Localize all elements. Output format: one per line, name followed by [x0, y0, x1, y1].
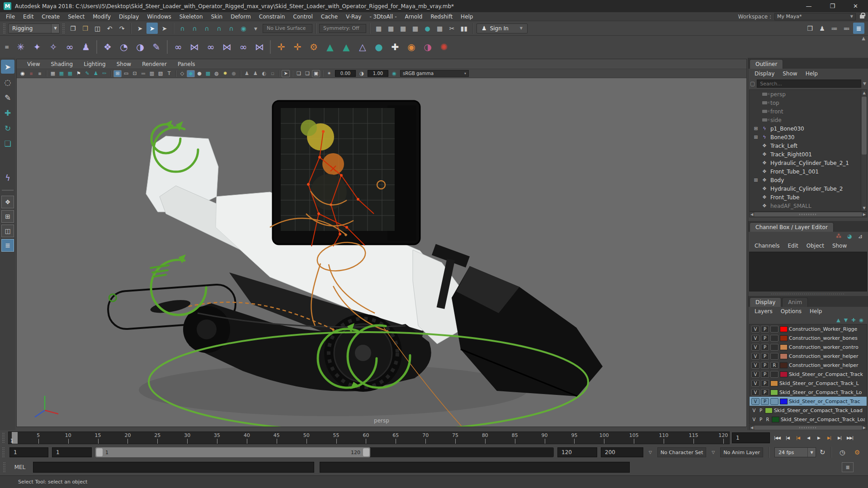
lasso-tool[interactable]: ◌ [1, 75, 14, 89]
nonlinear-deformer-icon[interactable]: ✺ [436, 38, 452, 56]
render-current-frame-icon[interactable]: ▦ [385, 23, 396, 34]
layer-visibility-toggle[interactable]: V [751, 344, 760, 351]
scale-tool[interactable]: ❏ [1, 136, 14, 150]
create-layer-from-selected-icon[interactable]: ◉ [859, 317, 863, 323]
vray-render-icon[interactable]: ◉ [19, 70, 27, 77]
viewport-menu-panels[interactable]: Panels [173, 61, 200, 67]
pause-viewport-icon[interactable]: ▮▮ [458, 23, 470, 34]
blend-shape-icon[interactable]: ◑ [420, 38, 436, 56]
workspace-lock-icon[interactable] [860, 15, 864, 19]
image-plane-icon[interactable]: ❏ [295, 70, 303, 77]
playback-loop-icon[interactable]: ↻ [820, 448, 826, 456]
menu-create[interactable]: Create [38, 14, 64, 20]
layer-row[interactable]: VPRSkid_Steer_or_Compact_Track_Load [750, 415, 867, 424]
outliner-item-front[interactable]: front [750, 107, 867, 116]
menu-windows[interactable]: Windows [143, 14, 175, 20]
mel-command-input[interactable] [33, 462, 314, 473]
menu-edit[interactable]: Edit [19, 14, 38, 20]
outliner-item-hydraulic_cylinder_tube_2[interactable]: ❖Hydraulic_Cylinder_Tube_2 [750, 184, 867, 193]
menu-select[interactable]: Select [64, 14, 89, 20]
scroll-left-icon[interactable]: ◀ [750, 212, 753, 216]
grid-toggle-icon[interactable]: ⊞ [113, 70, 122, 77]
display-layer-list[interactable]: VPConstruction_Worker_RiggeVPConstructio… [749, 324, 867, 424]
add-influence-icon[interactable]: ✛ [289, 38, 306, 56]
sculpt-deformer-icon[interactable]: ● [371, 38, 387, 56]
layer-visibility-toggle[interactable]: V [751, 398, 760, 405]
gate-mask-icon[interactable]: ▬ [139, 70, 147, 77]
layer-color-swatch[interactable] [772, 417, 779, 422]
layer-playback-toggle[interactable]: P [761, 380, 769, 387]
vray-stop-icon[interactable]: ▪ [27, 70, 35, 77]
viewport-menu-view[interactable]: View [22, 61, 45, 67]
playback-end-field[interactable]: 120 [557, 447, 597, 457]
menu-file[interactable]: File [2, 14, 19, 20]
outliner-search-input[interactable] [757, 80, 861, 88]
character-set-field[interactable]: No Character Set [657, 447, 706, 457]
workspace-panel-toggle-icon[interactable]: ≣ [853, 23, 864, 34]
softmod-deformer-icon[interactable]: ◉ [403, 38, 420, 56]
layer-reference-toggle[interactable] [770, 326, 778, 333]
channel-box-menu-show[interactable]: Show [829, 243, 850, 249]
lattice-deformer-icon[interactable]: △ [354, 38, 371, 56]
live-surface-field[interactable]: No Live Surface [263, 24, 312, 33]
layer-color-swatch[interactable] [765, 408, 773, 413]
layer-visibility-toggle[interactable]: V [751, 335, 760, 342]
shelf-scroll-up-icon[interactable]: ▲ [862, 36, 868, 41]
tab-anim-layers[interactable]: Anim [782, 297, 808, 307]
layer-playback-toggle[interactable]: P [761, 344, 769, 351]
range-track[interactable]: 1 120 [95, 447, 554, 457]
move-layer-down-icon[interactable]: ▼ [844, 317, 848, 323]
chevron-down-icon[interactable]: ▼ [863, 81, 866, 86]
four-pane-layout[interactable]: ⊞ [1, 210, 14, 223]
layer-row[interactable]: VPConstruction_Worker_Rigge [750, 324, 867, 333]
wireframe-on-shaded-icon[interactable]: ◍ [212, 70, 221, 77]
layer-reference-toggle[interactable] [770, 335, 778, 342]
layer-playback-toggle[interactable]: P [761, 326, 769, 333]
layer-row[interactable]: VPConstruction_worker_bones [750, 333, 867, 343]
animation-preferences-icon[interactable]: ⚙ [852, 447, 863, 458]
ao-person-icon[interactable]: ♟ [243, 70, 251, 77]
shaded-sphere-icon[interactable]: ● [195, 70, 203, 77]
safe-title-icon[interactable]: T [165, 70, 173, 77]
layer-playback-toggle[interactable]: P [761, 398, 769, 405]
outliner-menu-show[interactable]: Show [779, 70, 801, 77]
channel-box-empty-area[interactable] [749, 252, 867, 291]
camera-attributes-icon[interactable]: ▦ [57, 70, 66, 77]
expand-icon[interactable]: ⊞ [753, 134, 759, 140]
menu-v-ray[interactable]: V-Ray [342, 14, 365, 20]
viewport-canvas[interactable]: persp [17, 78, 746, 427]
scroll-right-icon[interactable]: ▶ [863, 426, 866, 430]
minimize-button[interactable]: — [806, 3, 811, 9]
select-by-component-icon[interactable]: ➤ [159, 23, 170, 34]
rotate-tool[interactable]: ↻ [1, 121, 14, 135]
menu-cache[interactable]: Cache [317, 14, 342, 20]
shaded-mode-icon[interactable]: ◆ [187, 70, 195, 77]
playback-start-field[interactable]: 1 [52, 447, 92, 457]
section-grip[interactable] [2, 447, 5, 457]
single-pane-layout[interactable]: ❖ [1, 196, 14, 208]
scroll-up-icon[interactable]: ▲ [861, 90, 867, 96]
scroll-right-icon[interactable]: ▶ [863, 212, 866, 216]
sign-in-button[interactable]: ♟ Sign In ▼ [476, 23, 528, 33]
contrast-icon[interactable]: ◑ [358, 70, 366, 77]
multisample-icon[interactable]: ▫ [269, 70, 277, 77]
close-button[interactable]: ✕ [853, 3, 858, 9]
menu-control[interactable]: Control [289, 14, 316, 20]
section-grip[interactable] [62, 23, 65, 33]
layer-color-swatch[interactable] [780, 362, 788, 368]
range-start-handle[interactable] [96, 448, 103, 456]
anim-layer-field[interactable]: No Anim Layer [720, 447, 763, 457]
joint-tool-icon[interactable]: ✳ [13, 38, 29, 56]
new-scene-icon[interactable]: ❐ [67, 23, 79, 34]
shadows-icon[interactable]: ● [230, 70, 238, 77]
layer-color-swatch[interactable] [780, 371, 788, 377]
layer-reference-toggle[interactable] [770, 371, 778, 378]
outliner-item-track_right001[interactable]: ❖Track_Right001 [750, 150, 867, 159]
anim-layer-dropdown-icon[interactable]: ▽ [710, 450, 717, 455]
vray-options-icon[interactable]: ▪ [36, 70, 44, 77]
view-transform-select[interactable]: sRGB gamma▾ [400, 70, 469, 77]
snap-to-curve-icon[interactable]: ∩ [189, 23, 200, 34]
layer-color-swatch[interactable] [770, 389, 778, 395]
outliner-item-headaf_small[interactable]: ❖headAF_SMALL [750, 202, 867, 210]
select-by-hierarchy-icon[interactable]: ➤ [134, 23, 146, 34]
